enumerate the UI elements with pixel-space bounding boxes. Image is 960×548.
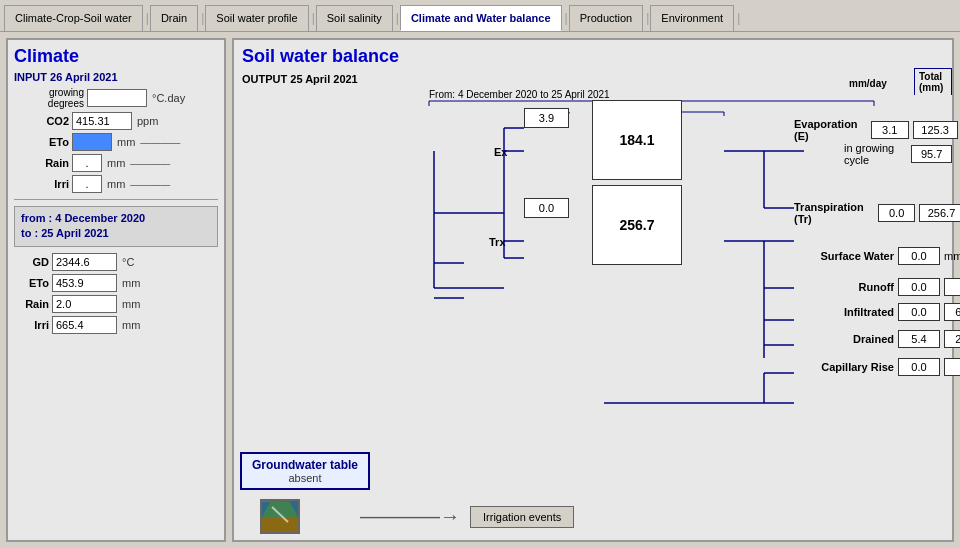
gd-label: GD bbox=[14, 256, 49, 268]
rain-sum-row: Rain mm bbox=[14, 295, 218, 313]
drained-val: 5.4 bbox=[911, 333, 926, 345]
irri-label: Irri bbox=[14, 178, 69, 190]
growing-cycle-row: in growing cycle 95.7 bbox=[844, 142, 952, 166]
rain-unit: mm bbox=[107, 157, 125, 169]
irrigation-events-button[interactable]: Irrigation events bbox=[470, 506, 574, 528]
growing-cycle-val: 95.7 bbox=[921, 148, 942, 160]
capillary-val: 0.0 bbox=[911, 361, 926, 373]
input-label: INPUT 26 April 2021 bbox=[14, 71, 218, 83]
tab-divider-1: | bbox=[146, 5, 149, 31]
transp-val: 0.0 bbox=[889, 207, 904, 219]
trx-val-box: 0.0 bbox=[524, 198, 569, 218]
surface-water-row: Surface Water 0.0 mm bbox=[794, 247, 960, 265]
tab-environment[interactable]: Environment bbox=[650, 5, 734, 31]
co2-label: CO2 bbox=[14, 115, 69, 127]
ex-value: 3.9 bbox=[539, 112, 554, 124]
tab-salinity[interactable]: Soil salinity bbox=[316, 5, 393, 31]
output-text: OUTPUT 25 April 2021 bbox=[242, 73, 358, 85]
tab-divider-3: | bbox=[312, 5, 315, 31]
surface-water-val-box: 0.0 bbox=[898, 247, 940, 265]
evap-val: 3.1 bbox=[882, 124, 897, 136]
evaporation-row: Evaporation (E) 3.1 125.3 bbox=[794, 118, 958, 142]
runoff-val-box: 0.0 bbox=[898, 278, 940, 296]
trx-total-value: 256.7 bbox=[619, 217, 654, 233]
growing-cycle-label: in growing cycle bbox=[844, 142, 907, 166]
from-label: from : 4 December 2020 bbox=[21, 211, 211, 226]
irri-sum-unit: mm bbox=[122, 319, 140, 331]
rain-label: Rain bbox=[14, 157, 69, 169]
to-label: to : 25 April 2021 bbox=[21, 226, 211, 241]
rain-sum-field[interactable] bbox=[52, 295, 117, 313]
climate-panel: Climate INPUT 26 April 2021 growing degr… bbox=[6, 38, 226, 542]
irri-sum-field[interactable] bbox=[52, 316, 117, 334]
irri-sum-row: Irri mm bbox=[14, 316, 218, 334]
drained-label: Drained bbox=[794, 333, 894, 345]
transp-total: 256.7 bbox=[928, 207, 956, 219]
growing-degrees-label: growing degrees bbox=[14, 87, 84, 109]
evap-val-box: 3.1 bbox=[871, 121, 909, 139]
main-content: Climate INPUT 26 April 2021 growing degr… bbox=[0, 32, 960, 548]
drained-total-box: 285.3 bbox=[944, 330, 960, 348]
capillary-row: Capillary Rise 0.0 0.0 bbox=[794, 358, 960, 376]
growing-cycle-box: 95.7 bbox=[911, 145, 952, 163]
trx-value: 0.0 bbox=[539, 202, 554, 214]
capillary-total-box: 0.0 bbox=[944, 358, 960, 376]
gd-unit: °C bbox=[122, 256, 134, 268]
gd-row: GD °C bbox=[14, 253, 218, 271]
irri-unit: mm bbox=[107, 178, 125, 190]
infiltrated-row: Infiltrated 0.0 667.4 bbox=[794, 303, 960, 321]
runoff-total-box: 0.0 bbox=[944, 278, 960, 296]
eto-label: ETo bbox=[14, 136, 69, 148]
tab-climate-water[interactable]: Climate and Water balance bbox=[400, 5, 562, 31]
tab-production[interactable]: Production bbox=[569, 5, 644, 31]
gd-field[interactable] bbox=[52, 253, 117, 271]
infiltrated-total: 667.4 bbox=[955, 306, 960, 318]
eto-sum-field[interactable] bbox=[52, 274, 117, 292]
tab-drain[interactable]: Drain bbox=[150, 5, 198, 31]
irri-input[interactable] bbox=[72, 175, 102, 193]
eto-input[interactable] bbox=[72, 133, 112, 151]
evaporation-label: Evaporation (E) bbox=[794, 118, 867, 142]
transp-total-box: 256.7 bbox=[919, 204, 960, 222]
eto-sum-unit: mm bbox=[122, 277, 140, 289]
irrigation-section: ————→ Irrigation events bbox=[240, 499, 574, 534]
growing-degrees-row: growing degrees °C.day bbox=[14, 87, 218, 109]
rain-sum-label: Rain bbox=[14, 298, 49, 310]
runoff-row: Runoff 0.0 0.0 bbox=[794, 278, 960, 296]
infiltrated-label: Infiltrated bbox=[794, 306, 894, 318]
runoff-val: 0.0 bbox=[911, 281, 926, 293]
divider bbox=[14, 199, 218, 200]
transp-val-box: 0.0 bbox=[878, 204, 915, 222]
irri-row: Irri mm ———— bbox=[14, 175, 218, 193]
capillary-label: Capillary Rise bbox=[794, 361, 894, 373]
eto-sum-row: ETo mm bbox=[14, 274, 218, 292]
groundwater-box: Groundwater table absent bbox=[240, 452, 370, 490]
svg-text:From: 4 December 2020  to 25 A: From: 4 December 2020 to 25 April 2021 bbox=[429, 89, 610, 100]
rain-input[interactable] bbox=[72, 154, 102, 172]
groundwater-title: Groundwater table bbox=[252, 458, 358, 472]
soil-water-panel: Soil water balance OUTPUT 25 April 2021 … bbox=[232, 38, 954, 542]
drained-total: 285.3 bbox=[955, 333, 960, 345]
tab-bar: Climate-Crop-Soil water | Drain | Soil w… bbox=[0, 0, 960, 32]
climate-title: Climate bbox=[14, 46, 218, 67]
groundwater-val: absent bbox=[252, 472, 358, 484]
infiltrated-val-box: 0.0 bbox=[898, 303, 940, 321]
growing-degrees-input[interactable] bbox=[87, 89, 147, 107]
ex-val-box: 3.9 bbox=[524, 108, 569, 128]
tab-soil-profile[interactable]: Soil water profile bbox=[205, 5, 308, 31]
tab-climate-crop[interactable]: Climate-Crop-Soil water bbox=[4, 5, 143, 31]
surface-water-unit: mm bbox=[944, 250, 960, 262]
rain-sum-unit: mm bbox=[122, 298, 140, 310]
growing-degrees-unit: °C.day bbox=[152, 92, 185, 104]
svg-text:Ex: Ex bbox=[494, 146, 508, 158]
tab-divider-4: | bbox=[396, 5, 399, 31]
transpiration-label: Transpiration (Tr) bbox=[794, 201, 874, 225]
from-to-section: from : 4 December 2020 to : 25 April 202… bbox=[14, 206, 218, 247]
irri-sum-label: Irri bbox=[14, 319, 49, 331]
evap-total: 125.3 bbox=[921, 124, 949, 136]
irrigation-icon bbox=[260, 499, 300, 534]
co2-row: CO2 ppm bbox=[14, 112, 218, 130]
co2-input[interactable] bbox=[72, 112, 132, 130]
infiltrated-total-box: 667.4 bbox=[944, 303, 960, 321]
tab-divider-6: | bbox=[646, 5, 649, 31]
